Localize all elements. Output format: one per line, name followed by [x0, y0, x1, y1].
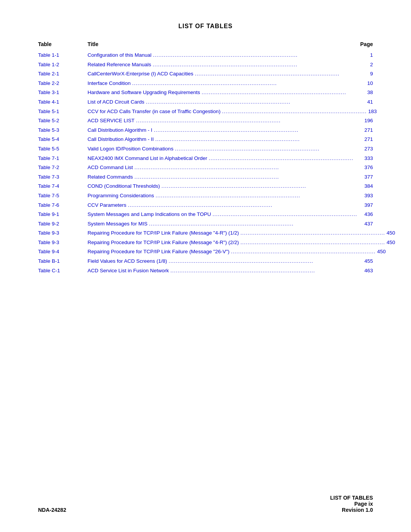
toc-row: Table 4-1List of ACD Circuit Cards .....… [38, 98, 373, 106]
toc-row: Table 1-2Related Reference Manuals .....… [38, 61, 373, 69]
toc-title-col: Related Reference Manuals ..............… [84, 61, 350, 69]
toc-title-link[interactable]: Repairing Procedure for TCP/IP Link Fail… [88, 229, 239, 237]
toc-page-link[interactable]: 437 [350, 220, 373, 228]
toc-page-link[interactable]: 41 [350, 98, 373, 106]
toc-page-link[interactable]: 397 [350, 201, 373, 209]
toc-title-link[interactable]: ACD Command List [88, 163, 133, 172]
toc-title-link[interactable]: Repairing Procedure for TCP/IP Link Fail… [88, 238, 239, 247]
dot-leader: ........................................… [241, 229, 385, 237]
dot-leader: ........................................… [169, 257, 349, 265]
toc-title-link[interactable]: Repairing Procedure for TCP/IP Link Fail… [88, 248, 229, 256]
toc-title-link[interactable]: COND (Conditional Thresholds) [88, 182, 160, 190]
toc-title-link[interactable]: System Messages and Lamp Indications on … [88, 210, 211, 219]
toc-title-link[interactable]: Related Reference Manuals [88, 61, 151, 69]
toc-title-link[interactable]: Call Distribution Algorithm - II [88, 135, 154, 144]
toc-page-link[interactable]: 450 [377, 248, 386, 256]
toc-title-link[interactable]: Call Distribution Algorithm - I [88, 126, 152, 134]
toc-title-col: CCV Parameters .........................… [84, 201, 350, 209]
toc-title-col: Valid Logon ID/Position Combinations ...… [84, 145, 350, 153]
toc-rows-container: Table 1-1Configuration of this Manual ..… [38, 51, 373, 275]
toc-table-link[interactable]: Table 4-1 [38, 98, 84, 106]
toc-table-link[interactable]: Table 7-5 [38, 192, 84, 200]
toc-title-link[interactable]: ACD SERVICE LIST [88, 117, 135, 125]
toc-row: Table 5-2ACD SERVICE LIST ..............… [38, 117, 373, 125]
footer: NDA-24282 LIST OF TABLES Page ix Revisio… [38, 495, 373, 513]
toc-page-link[interactable]: 450 [387, 229, 395, 237]
toc-title-link[interactable]: System Messages for MIS [88, 220, 148, 228]
toc-table-link[interactable]: Table 9-2 [38, 220, 84, 228]
toc-title-link[interactable]: Hardware and Software Upgrading Requirem… [88, 88, 200, 97]
toc-page-link[interactable]: 384 [350, 182, 373, 190]
toc-page-link[interactable]: 1 [350, 51, 373, 59]
toc-title-link[interactable]: Related Commands [88, 173, 133, 181]
toc-table-link[interactable]: Table 9-3 [38, 229, 84, 237]
dot-leader: ........................................… [231, 248, 376, 256]
toc-page-link[interactable]: 333 [355, 154, 373, 163]
toc-title-link[interactable]: Configuration of this Manual [88, 51, 151, 59]
toc-page-link[interactable]: 38 [350, 88, 373, 97]
toc-title-link[interactable]: ACD Service List in Fusion Network [88, 267, 169, 275]
toc-page-link[interactable]: 9 [350, 70, 373, 78]
toc-table-link[interactable]: Table 2-1 [38, 70, 84, 78]
toc-row: Table 3-1Hardware and Software Upgrading… [38, 88, 373, 97]
header-table-col: Table [38, 41, 84, 47]
dot-leader: ........................................… [155, 135, 349, 144]
toc-title-link[interactable]: CallCenterWorX-Enterprise (I) ACD Capaci… [88, 70, 193, 78]
toc-page-link[interactable]: 271 [350, 126, 373, 134]
toc-table-link[interactable]: Table 5-3 [38, 126, 84, 134]
toc-title-col: List of ACD Circuit Cards ..............… [84, 98, 350, 106]
toc-title-col: CCV for ACD Calls Transfer (in case of T… [84, 107, 368, 116]
toc-table-link[interactable]: Table 9-1 [38, 210, 84, 219]
toc-title-link[interactable]: NEAX2400 IMX Command List in Alphabetica… [88, 154, 207, 163]
toc-row: Table 9-3Repairing Procedure for TCP/IP … [38, 229, 373, 237]
toc-title-link[interactable]: Valid Logon ID/Position Combinations [88, 145, 174, 153]
toc-table-link[interactable]: Table C-1 [38, 267, 84, 275]
toc-page-link[interactable]: 450 [387, 238, 395, 247]
toc-title-link[interactable]: List of ACD Circuit Cards [88, 98, 144, 106]
toc-page-link[interactable]: 436 [358, 210, 373, 219]
dot-leader: ........................................… [222, 107, 366, 116]
toc-page-link[interactable]: 2 [350, 61, 373, 69]
toc-title-link[interactable]: Interface Condition [88, 79, 131, 88]
toc-table-link[interactable]: Table 1-2 [38, 61, 84, 69]
toc-title-link[interactable]: Field Values for ACD Screens (1/8) [88, 257, 167, 265]
toc-table-link[interactable]: Table 9-3 [38, 238, 84, 247]
toc-table-link[interactable]: Table 1-1 [38, 51, 84, 59]
toc-table-link[interactable]: Table 9-4 [38, 248, 84, 256]
toc-table-link[interactable]: Table 7-1 [38, 154, 84, 163]
toc-table-link[interactable]: Table 5-4 [38, 135, 84, 144]
toc-page-link[interactable]: 376 [350, 163, 373, 172]
toc-title-col: COND (Conditional Thresholds) ..........… [84, 182, 350, 190]
toc-page-link[interactable]: 463 [350, 267, 373, 275]
toc-page-link[interactable]: 455 [350, 257, 373, 265]
toc-title-link[interactable]: CCV for ACD Calls Transfer (in case of T… [88, 107, 220, 116]
toc-table-link[interactable]: Table 5-1 [38, 107, 84, 116]
toc-title-col: Repairing Procedure for TCP/IP Link Fail… [84, 238, 387, 247]
toc-page-link[interactable]: 273 [350, 145, 373, 153]
toc-page-link[interactable]: 271 [350, 135, 373, 144]
toc-table-link[interactable]: Table 7-3 [38, 173, 84, 181]
toc-title-col: Call Distribution Algorithm - I ........… [84, 126, 350, 134]
toc-page-link[interactable]: 196 [350, 117, 373, 125]
dot-leader: ........................................… [153, 51, 349, 59]
toc-page-link[interactable]: 10 [350, 79, 373, 88]
dot-leader: ........................................… [153, 61, 349, 69]
footer-right-line2: Page ix [330, 501, 373, 507]
toc-table-link[interactable]: Table 3-1 [38, 88, 84, 97]
toc-table-link[interactable]: Table 7-2 [38, 163, 84, 172]
toc-table-link[interactable]: Table 5-5 [38, 145, 84, 153]
toc-page-link[interactable]: 183 [368, 107, 377, 116]
toc-page-link[interactable]: 393 [350, 192, 373, 200]
toc-title-col: Hardware and Software Upgrading Requirem… [84, 88, 350, 97]
dot-leader: ........................................… [134, 173, 349, 181]
dot-leader: ........................................… [161, 182, 349, 190]
toc-table-link[interactable]: Table 2-2 [38, 79, 84, 88]
dot-leader: ........................................… [146, 98, 349, 106]
toc-table-link[interactable]: Table B-1 [38, 257, 84, 265]
toc-page-link[interactable]: 377 [350, 173, 373, 181]
toc-title-link[interactable]: CCV Parameters [88, 201, 126, 209]
toc-table-link[interactable]: Table 5-2 [38, 117, 84, 125]
toc-table-link[interactable]: Table 7-6 [38, 201, 84, 209]
toc-table-link[interactable]: Table 7-4 [38, 182, 84, 190]
toc-title-link[interactable]: Programming Considerations [88, 192, 154, 200]
